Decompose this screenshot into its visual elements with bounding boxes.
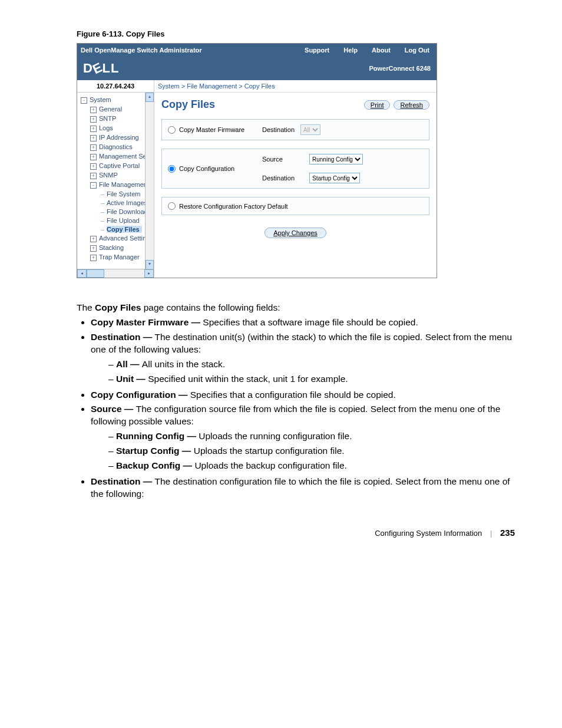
radio-copy-master-firmware[interactable]	[168, 126, 176, 134]
b4c-term: Backup Config —	[116, 460, 194, 470]
support-link[interactable]: Support	[297, 47, 336, 54]
dell-logo: DELL	[83, 61, 119, 76]
refresh-button[interactable]: Refresh	[394, 100, 429, 110]
b1-desc: Specifies that a software image file sho…	[203, 317, 418, 327]
b5-term: Destination —	[91, 476, 155, 486]
ip-header: 10.27.64.243	[77, 80, 154, 93]
tree-item[interactable]: -System	[80, 95, 154, 104]
scroll-track-v[interactable]	[146, 102, 154, 260]
scroll-track-h[interactable]	[87, 269, 144, 278]
tree-item[interactable]: +IP Addressing	[80, 133, 154, 142]
breadcrumb: System > File Management > Copy Files	[154, 80, 437, 93]
tree-item[interactable]: –File System	[80, 189, 154, 198]
panel-copy-configuration: Copy Configuration Source Running Config…	[161, 149, 429, 189]
panel-restore-factory: Restore Configuration Factory Default	[161, 197, 429, 215]
label-destination-1: Destination	[262, 126, 295, 133]
topbar-title: Dell OpenManage Switch Administrator	[77, 47, 297, 54]
tree-item[interactable]: +Advanced Settings	[80, 233, 154, 243]
b4a-term: Running Config —	[116, 431, 199, 441]
b4-desc: The configuration source file from which…	[91, 404, 500, 426]
tree-item[interactable]: –File Download	[80, 207, 154, 216]
tree-item[interactable]: –Copy Files	[80, 225, 154, 233]
label-restore-factory: Restore Configuration Factory Default	[179, 203, 288, 210]
tree-item[interactable]: +Stacking	[80, 243, 154, 252]
b2a-term: All —	[116, 359, 142, 369]
page-footer: Configuring System Information | 235	[77, 528, 515, 538]
scroll-up-icon[interactable]: ▴	[146, 93, 154, 102]
intro-post: page contains the following fields:	[141, 302, 280, 312]
document-body: The Copy Files page contains the followi…	[77, 302, 515, 500]
tree-item[interactable]: –Active Images	[80, 198, 154, 207]
select-firmware-destination[interactable]: All	[300, 124, 320, 135]
b2b-desc: Specified unit within the stack, unit 1 …	[148, 374, 348, 384]
panel-copy-master-firmware: Copy Master Firmware Destination All	[161, 119, 429, 140]
about-link[interactable]: About	[365, 47, 398, 54]
tree-item[interactable]: –File Upload	[80, 216, 154, 225]
b2-term: Destination —	[91, 332, 155, 342]
b4b-desc: Uploads the startup configuration file.	[194, 446, 345, 456]
topbar: Dell OpenManage Switch Administrator Sup…	[77, 44, 437, 57]
figure-caption: Figure 6-113. Copy Files	[77, 29, 515, 38]
scroll-right-icon[interactable]: ▸	[144, 269, 154, 278]
product-name: PowerConnect 6248	[369, 65, 431, 72]
b2b-term: Unit —	[116, 374, 148, 384]
b4a-desc: Uploads the running configuration file.	[199, 431, 352, 441]
tree-item[interactable]: +Diagnostics	[80, 142, 154, 151]
scroll-thumb-h[interactable]	[87, 269, 104, 278]
b3-term: Copy Configuration —	[91, 390, 190, 400]
select-destination[interactable]: Startup Config	[309, 173, 360, 183]
screenshot: Dell OpenManage Switch Administrator Sup…	[77, 43, 437, 278]
label-copy-master-firmware: Copy Master Firmware	[179, 126, 244, 133]
scroll-down-icon[interactable]: ▾	[146, 260, 154, 269]
help-link[interactable]: Help	[336, 47, 365, 54]
brandbar: DELL PowerConnect 6248	[77, 57, 437, 80]
tree-item[interactable]: +Captive Portal	[80, 161, 154, 170]
label-source: Source	[262, 156, 303, 163]
b4-term: Source —	[91, 404, 136, 414]
scrollbar-vertical[interactable]: ▴ ▾	[145, 93, 154, 269]
sidebar: 10.27.64.243 -System+General+SNTP+Logs+I…	[77, 80, 154, 278]
radio-restore-factory[interactable]	[168, 202, 176, 210]
b3-desc: Specifies that a configuration file shou…	[190, 390, 396, 400]
tree-item[interactable]: +Management Secur	[80, 151, 154, 161]
logout-link[interactable]: Log Out	[398, 47, 437, 54]
tree-item[interactable]: +Logs	[80, 123, 154, 133]
tree-item[interactable]: +SNMP	[80, 170, 154, 180]
tree-item[interactable]: +General	[80, 104, 154, 114]
apply-changes-button[interactable]: Apply Changes	[265, 228, 326, 238]
label-copy-configuration: Copy Configuration	[179, 165, 234, 172]
b4b-term: Startup Config —	[116, 446, 194, 456]
tree-item[interactable]: +SNTP	[80, 114, 154, 123]
select-source[interactable]: Running Config	[309, 154, 363, 164]
footer-separator: |	[490, 529, 492, 538]
b1-term: Copy Master Firmware —	[91, 317, 203, 327]
scroll-left-icon[interactable]: ◂	[77, 269, 87, 278]
content-area: System > File Management > Copy Files Co…	[154, 80, 437, 278]
nav-tree[interactable]: -System+General+SNTP+Logs+IP Addressing+…	[77, 93, 154, 264]
intro-bold: Copy Files	[95, 302, 141, 312]
radio-copy-configuration[interactable]	[168, 165, 176, 173]
footer-page-number: 235	[500, 528, 515, 538]
scrollbar-horizontal[interactable]: ◂ ▸	[77, 269, 154, 278]
b4c-desc: Uploads the backup configuration file.	[194, 460, 347, 470]
label-destination-2: Destination	[262, 174, 303, 182]
footer-section: Configuring System Information	[375, 529, 482, 538]
page-title: Copy Files	[161, 98, 361, 111]
intro-pre: The	[77, 302, 95, 312]
tree-item[interactable]: -File Management	[80, 180, 154, 189]
b2a-desc: All units in the stack.	[142, 359, 225, 369]
tree-item[interactable]: +Trap Manager	[80, 252, 154, 262]
print-button[interactable]: Print	[364, 100, 391, 110]
